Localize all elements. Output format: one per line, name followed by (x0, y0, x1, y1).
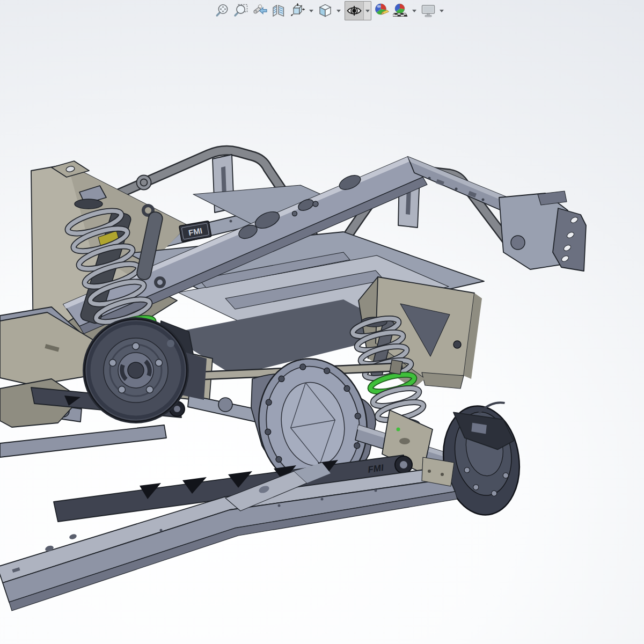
view-settings-dropdown[interactable] (438, 2, 445, 20)
previous-view-button[interactable] (251, 2, 269, 20)
zoom-to-area-icon (233, 3, 250, 19)
eye-icon (346, 3, 362, 19)
view-orientation-dropdown[interactable] (308, 2, 314, 20)
display-style-button[interactable] (316, 2, 334, 20)
hide-show-items-dropdown[interactable] (363, 2, 371, 20)
solidworks-graphics-area: FMI FMI (0, 0, 644, 644)
view-settings-button[interactable] (419, 2, 437, 20)
chevron-down-icon (440, 10, 444, 12)
rear-lower-rail (0, 425, 166, 457)
3d-viewport[interactable]: FMI FMI (0, 0, 644, 644)
section-view-icon (271, 3, 287, 19)
left-drum-brake (83, 317, 207, 423)
zoom-to-fit-icon (215, 3, 231, 19)
right-brake-backing-plate (436, 401, 526, 520)
section-view-button[interactable] (270, 2, 288, 20)
apply-scene-button[interactable] (392, 2, 410, 20)
display-style-cube-icon (317, 3, 333, 19)
previous-view-icon (252, 3, 268, 19)
chevron-down-icon (336, 10, 341, 12)
edit-appearance-button[interactable] (373, 2, 391, 20)
scene-sphere-checker-icon (393, 3, 409, 19)
hide-show-items-button[interactable] (345, 2, 363, 20)
chevron-down-icon (309, 10, 313, 12)
chevron-down-icon (365, 10, 370, 12)
monitor-icon (420, 3, 436, 19)
apply-scene-dropdown[interactable] (411, 2, 418, 20)
hide-show-items-group (345, 1, 371, 20)
heads-up-view-toolbar (214, 1, 446, 20)
appearance-sphere-pencil-icon (374, 3, 390, 19)
view-orientation-cube-icon (290, 3, 306, 19)
view-orientation-button[interactable] (289, 2, 307, 20)
chevron-down-icon (412, 10, 416, 12)
zoom-to-fit-button[interactable] (214, 2, 232, 20)
frame-horn (499, 191, 586, 271)
zoom-to-area-button[interactable] (232, 2, 251, 20)
display-style-dropdown[interactable] (335, 2, 342, 20)
